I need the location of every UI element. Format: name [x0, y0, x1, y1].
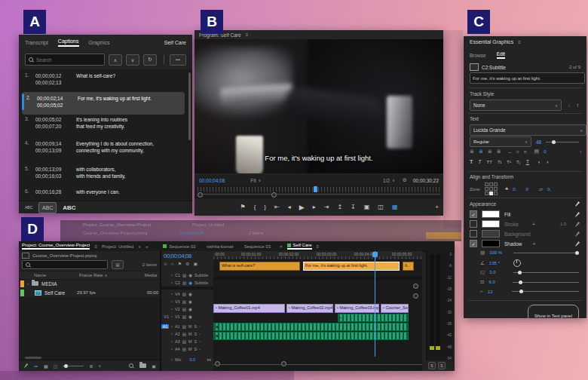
project-hscrollbar[interactable]	[25, 357, 41, 359]
mix-expand-icon[interactable]: ⋈	[207, 357, 212, 362]
caption-clip-3[interactable]: It..	[403, 262, 414, 271]
stroke-color-swatch[interactable]	[482, 220, 500, 228]
fill-checkbox[interactable]: ✓	[470, 210, 477, 218]
play-icon[interactable]: ▶	[299, 204, 305, 211]
shadow-checkbox[interactable]: ✓	[470, 240, 477, 247]
upload-style-icon[interactable]: ↑	[577, 103, 580, 108]
all-caps-icon[interactable]: TT	[487, 160, 492, 164]
program-timecode[interactable]: 00;00;04;08	[199, 178, 225, 183]
shadow-color-swatch[interactable]	[482, 240, 500, 247]
more-options-button[interactable]: •••	[170, 54, 186, 66]
align-left-icon[interactable]: ≣	[470, 149, 474, 155]
lock-icon[interactable]: ▫	[171, 324, 173, 329]
tab-stops-icon[interactable]: ↑	[580, 149, 583, 155]
track-header-a2[interactable]: ▫ A2 ▤ M S ◦	[161, 330, 213, 337]
eye-icon[interactable]: ◉	[188, 307, 192, 311]
track-header-c1[interactable]: ▫ C1 ▤ ◉ Subtitle	[161, 271, 213, 278]
shadow-blur-slider[interactable]	[512, 291, 579, 292]
track-style-dropdown[interactable]: None∨	[470, 100, 562, 111]
tab-self-care[interactable]: Self Care	[287, 243, 312, 250]
stroke-eyedropper-icon[interactable]	[574, 221, 580, 228]
export-frame-icon[interactable]: ▣	[364, 204, 370, 210]
track-header-v3[interactable]: ▫ V3 ▤ ◉	[161, 298, 213, 305]
project-filter-button[interactable]: ▤	[112, 260, 124, 269]
tab-sequence-03[interactable]: Sequence 03	[244, 244, 271, 249]
stroke-checkbox[interactable]	[470, 220, 477, 228]
panel-menu-icon[interactable]: ≡	[317, 244, 320, 249]
tab-sequence-02[interactable]: Sequence 02	[163, 244, 195, 249]
track-header-a1[interactable]: A1 ▫ A1 ▤ M S ◦	[161, 323, 213, 329]
solo-right-button[interactable]: S	[438, 362, 446, 369]
background-eyedropper-icon[interactable]	[574, 231, 580, 238]
timeline-hscrollbar[interactable]	[213, 364, 422, 365]
tab-edit[interactable]: Edit	[497, 51, 505, 59]
font-style-dropdown[interactable]: Regular∨	[470, 136, 531, 147]
next-caption-button[interactable]: ∨	[126, 54, 139, 66]
go-to-out-icon[interactable]: ⇥	[324, 204, 329, 210]
mini-playhead[interactable]	[314, 186, 317, 192]
column-name[interactable]: Name	[34, 273, 46, 277]
tab-browse[interactable]: Browse	[470, 53, 486, 58]
caption-list-scrollbar[interactable]	[188, 72, 191, 140]
caption-style-medium[interactable]: ABC	[38, 202, 57, 213]
new-bin-icon[interactable]	[139, 363, 146, 368]
shadow-angle-value[interactable]: 135 °	[489, 261, 509, 265]
tab-captions[interactable]: Captions	[58, 38, 79, 47]
multicam-icon[interactable]: ▦	[392, 204, 398, 210]
playhead[interactable]	[375, 251, 375, 357]
download-style-icon[interactable]: ↓	[568, 103, 571, 108]
video-clip-1[interactable]: ▪ Making_Coffee01.mp4	[213, 304, 285, 313]
snap-icon[interactable]: ∪	[164, 261, 167, 266]
leading-icon[interactable]: ≡	[524, 149, 527, 155]
captions-menu-icon[interactable]: ▣	[194, 261, 198, 266]
caption-text-field[interactable]: For me, it's waking up at first light.	[470, 72, 585, 84]
project-row-self-care[interactable]: Self Care 29.97 fps 00;00	[19, 288, 160, 297]
solo-left-button[interactable]: S	[428, 362, 436, 369]
position-x-value[interactable]: 0,	[513, 187, 516, 192]
eye-icon[interactable]: ◉	[188, 314, 192, 319]
track-header-v2[interactable]: ▫ V2 ▤ ◉	[161, 305, 213, 312]
align-center-icon[interactable]: ≣	[479, 149, 483, 155]
video-clip-3[interactable]: ▪ Making_Coffee03.mp4	[335, 304, 379, 313]
space-before-icon[interactable]: –	[509, 149, 512, 155]
caption-clip-1[interactable]: What is self-care?	[219, 262, 300, 271]
tab-overflow-icon[interactable]: »	[145, 244, 148, 249]
shadow-distance-value[interactable]: 3.0	[489, 270, 509, 274]
track-header-c2[interactable]: ▫ C2 ▤ ◉ Subtitle	[161, 279, 213, 286]
lock-icon[interactable]: ▫	[171, 339, 173, 344]
zoom-handle-left[interactable]	[198, 192, 203, 198]
label-color[interactable]	[20, 290, 24, 296]
icon-view-icon[interactable]: ▦	[44, 363, 48, 369]
shadow-angle-dial[interactable]	[513, 259, 521, 267]
tab-sequence-name[interactable]: Self Care	[164, 40, 186, 45]
add-marker-icon[interactable]: ⚑	[178, 261, 182, 266]
step-forward-icon[interactable]: ▸	[313, 204, 316, 210]
rotation-value[interactable]: 0,	[547, 187, 551, 192]
mic-icon[interactable]: ◦	[199, 347, 201, 351]
tab-graphics[interactable]: Graphics	[89, 40, 110, 45]
background-checkbox[interactable]	[470, 230, 477, 238]
extract-icon[interactable]: ↧	[351, 204, 356, 210]
shadow-size-value[interactable]: 6.0	[488, 280, 508, 284]
position-y-value[interactable]: 0	[525, 187, 528, 192]
track-header-v4[interactable]: ▫ V4 ▤ ◉	[161, 290, 213, 297]
playback-resolution-dropdown[interactable]: 1/2∨	[383, 178, 395, 183]
faux-bold-icon[interactable]: T	[470, 159, 473, 164]
chevron-down-icon[interactable]: ∨	[138, 244, 141, 249]
source-patch-v1[interactable]: V1	[161, 314, 169, 319]
timeline-timecode[interactable]: 00;00;04;08	[164, 253, 191, 259]
panel-menu-icon[interactable]: ≡	[246, 32, 249, 37]
mic-icon[interactable]: ◦	[199, 324, 201, 329]
tab-project-course-overview[interactable]: Project: Course_Overview-Project	[22, 243, 90, 250]
timeline-settings-wrench-icon[interactable]: ⚙	[185, 261, 189, 266]
project-row-media[interactable]: › MEDIA	[19, 279, 160, 288]
panel-menu-icon[interactable]: ≡	[518, 40, 521, 44]
fill-color-swatch[interactable]	[482, 210, 500, 218]
background-color-swatch[interactable]	[482, 230, 500, 238]
font-size-slider[interactable]	[546, 142, 579, 142]
mute-button[interactable]: M	[188, 324, 192, 329]
track-header-mix[interactable]: ▫ Mix 0.0 ⋈	[161, 356, 213, 363]
tracking-value[interactable]: 0	[544, 149, 546, 154]
shadow-eyedropper-icon[interactable]	[574, 241, 580, 247]
add-stroke-icon[interactable]: +	[532, 222, 535, 227]
